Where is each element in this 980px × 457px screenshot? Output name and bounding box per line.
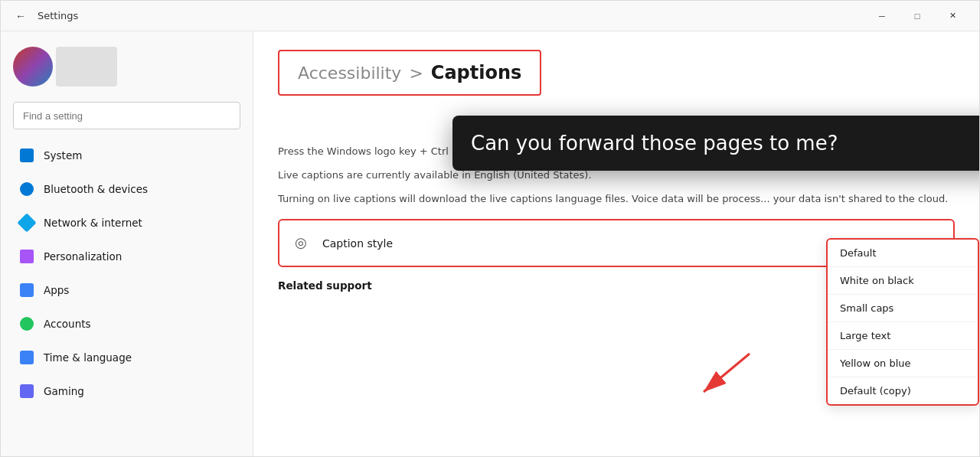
titlebar: ← Settings ─ □ ✕ [1,1,979,31]
caption-style-icon: ◎ [295,234,313,253]
close-button[interactable]: ✕ [935,1,970,31]
caption-style-dropdown: Default White on black Small caps Large … [826,238,979,406]
dropdown-item-default[interactable]: Default [828,240,978,267]
user-name-box [56,47,117,87]
network-icon [19,215,34,230]
bluetooth-icon [19,181,34,197]
avatar [13,47,53,87]
system-icon [19,148,34,163]
user-section [1,41,253,99]
sidebar-label-system: System [44,149,82,162]
svg-line-1 [704,354,750,392]
caption-style-left: ◎ Caption style [295,234,393,253]
settings-window: ← Settings ─ □ ✕ System [0,0,980,457]
dropdown-item-yellow-on-blue[interactable]: Yellow on blue [828,350,978,377]
avatar-container [13,47,117,87]
main-layout: System Bluetooth & devices Network & int… [1,31,979,456]
arrow-annotation [681,346,773,410]
sidebar-label-apps: Apps [44,284,69,296]
breadcrumb-separator: > [409,64,423,83]
sidebar-item-bluetooth[interactable]: Bluetooth & devices [7,172,247,206]
minimize-button[interactable]: ─ [864,1,900,31]
sidebar-item-apps[interactable]: Apps [7,273,247,307]
sidebar-label-accounts: Accounts [44,318,91,330]
breadcrumb-current: Captions [431,62,522,83]
breadcrumb-parent[interactable]: Accessibility [298,64,401,83]
search-box [13,102,240,129]
sidebar-item-accounts[interactable]: Accounts [7,307,247,341]
time-icon [19,350,34,365]
sidebar-label-network: Network & internet [44,217,142,229]
dropdown-item-large-text[interactable]: Large text [828,322,978,350]
gaming-icon [19,384,34,399]
window-controls: ─ □ ✕ [864,1,970,31]
toast-popup: Can you forward those pages to me? ⚙ ✕ [452,116,979,171]
dropdown-item-small-caps[interactable]: Small caps [828,295,978,322]
apps-icon [19,282,34,298]
search-input[interactable] [13,102,240,129]
window-title: Settings [38,10,78,21]
back-button[interactable]: ← [10,5,31,27]
maximize-button[interactable]: □ [900,1,935,31]
sidebar-item-network[interactable]: Network & internet [7,206,247,240]
sidebar-item-system[interactable]: System [7,139,247,172]
sidebar-nav: System Bluetooth & devices Network & int… [1,139,253,408]
download-description: Turning on live captions will download t… [278,191,955,207]
caption-style-label: Caption style [322,237,393,250]
sidebar-item-time[interactable]: Time & language [7,341,247,374]
sidebar-item-gaming[interactable]: Gaming [7,374,247,408]
sidebar-label-personalization: Personalization [44,250,122,263]
sidebar-item-personalization[interactable]: Personalization [7,240,247,273]
toast-message: Can you forward those pages to me? [471,132,838,155]
accounts-icon [19,316,34,331]
content-area: Can you forward those pages to me? ⚙ ✕ A… [253,31,979,456]
dropdown-item-white-on-black[interactable]: White on black [828,267,978,295]
personalization-icon [19,249,34,264]
dropdown-item-default-copy[interactable]: Default (copy) [828,377,978,404]
sidebar-label-gaming: Gaming [44,385,84,397]
sidebar-label-bluetooth: Bluetooth & devices [44,183,148,195]
sidebar: System Bluetooth & devices Network & int… [1,31,253,456]
breadcrumb: Accessibility > Captions [278,50,541,96]
sidebar-label-time: Time & language [44,351,132,364]
